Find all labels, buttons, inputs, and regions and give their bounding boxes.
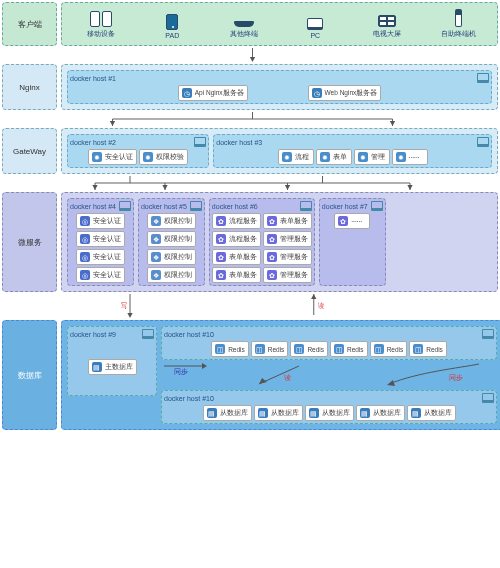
node-label: 权限控制 <box>164 253 192 262</box>
svg-marker-5 <box>285 185 290 190</box>
node-label: Api Nginx服务器 <box>195 89 244 98</box>
node: ❖权限控制 <box>147 231 196 247</box>
client-phone: 移动设备 <box>65 6 137 42</box>
client-label: PC <box>310 32 320 39</box>
node-label: Redis <box>268 346 285 353</box>
node-label: 管理服务 <box>280 235 308 244</box>
ic-db-icon: ▤ <box>92 362 102 372</box>
node: ❖权限控制 <box>147 213 196 229</box>
ic-redis-icon: ◫ <box>215 344 225 354</box>
svg-marker-8 <box>311 294 316 299</box>
tv-icon <box>378 15 396 27</box>
ic-mid-icon: ❖ <box>151 216 161 226</box>
ic-mid-icon: ❖ <box>151 234 161 244</box>
ic-gear-icon: ✿ <box>338 216 348 226</box>
svg-text:读: 读 <box>284 374 291 382</box>
node: ✿管理服务 <box>263 267 312 283</box>
client-pad: PAD <box>137 6 209 42</box>
node-label: 权限控制 <box>164 235 192 244</box>
node-label: 安全认证 <box>105 153 133 162</box>
tier-client: 移动设备PAD其他终端PC电视大屏自助终端机 <box>61 2 498 46</box>
svg-marker-2 <box>390 121 395 126</box>
ic-gear-icon: ✿ <box>267 216 277 226</box>
db-slave-host: docker host #10 ▤从数据库▤从数据库▤从数据库▤从数据库▤从数据… <box>161 390 497 424</box>
node-label: 管理服务 <box>280 271 308 280</box>
pad-icon <box>166 14 178 30</box>
node: ▤从数据库 <box>407 405 456 421</box>
node: ◷Web Nginx服务器 <box>308 85 382 101</box>
node-label: Redis <box>426 346 443 353</box>
ic-fire-icon: ✹ <box>282 152 292 162</box>
client-label: 其他终端 <box>230 29 258 39</box>
micro-host: docker host #5❖权限控制❖权限控制❖权限控制❖权限控制 <box>138 198 205 286</box>
micro-host-title: docker host #5 <box>141 201 202 211</box>
svg-marker-0 <box>250 57 255 62</box>
node: ✿流程服务 <box>212 231 261 247</box>
node-label: 权限控制 <box>164 217 192 226</box>
conn-nginx-gateway <box>60 112 445 126</box>
ic-fire-icon: ✹ <box>358 152 368 162</box>
micro-host: docker host #6✿流程服务✿流程服务✿表单服务✿表单服务✿表单服务✿… <box>209 198 315 286</box>
node-label: 权限校验 <box>156 153 184 162</box>
edge-read: 读 <box>318 302 325 311</box>
node-label: Redis <box>228 346 245 353</box>
gateway-host-title: docker host #2 <box>70 137 206 147</box>
node-label: 从数据库 <box>322 409 350 418</box>
ic-ring-icon: ◎ <box>80 270 90 280</box>
svg-marker-1 <box>110 121 115 126</box>
node: ✿管理服务 <box>263 249 312 265</box>
ic-db-icon: ▤ <box>258 408 268 418</box>
ic-db-icon: ▤ <box>411 408 421 418</box>
db-slave-title: docker host #10 <box>164 393 494 403</box>
label-nginx: Nginx <box>2 64 57 110</box>
node-label: Redis <box>387 346 404 353</box>
node: ▤从数据库 <box>254 405 303 421</box>
ic-redis-icon: ◫ <box>374 344 384 354</box>
tier-gateway: docker host #2✹安全认证✹权限校验docker host #3✹流… <box>61 128 498 174</box>
label-gateway: GateWay <box>2 128 57 174</box>
ic-nginx-icon: ◷ <box>182 88 192 98</box>
gateway-host: docker host #2✹安全认证✹权限校验 <box>67 134 209 168</box>
nginx-host-title: docker host #1 <box>70 73 489 83</box>
svg-marker-4 <box>162 185 167 190</box>
node: ✿······ <box>334 213 370 229</box>
node: ❖权限控制 <box>147 249 196 265</box>
node: ◷Api Nginx服务器 <box>178 85 248 101</box>
ic-gear-icon: ✿ <box>216 270 226 280</box>
svg-text:同步: 同步 <box>174 368 188 376</box>
node-label: 管理服务 <box>280 253 308 262</box>
node-label: 流程服务 <box>229 235 257 244</box>
node-label: 安全认证 <box>93 217 121 226</box>
phone-icon <box>90 11 112 27</box>
node-label: 表单服务 <box>280 217 308 226</box>
kiosk-icon <box>455 9 462 27</box>
node-label: 表单服务 <box>229 271 257 280</box>
node-label: 安全认证 <box>93 271 121 280</box>
micro-host: docker host #7✿······ <box>319 198 386 286</box>
node-label: 管理 <box>371 153 385 162</box>
tier-nginx: docker host #1 ◷Api Nginx服务器◷Web Nginx服务… <box>61 64 498 110</box>
node: ◫Redis <box>211 341 249 357</box>
db-redis-title: docker host #10 <box>164 329 494 339</box>
ic-mid-icon: ❖ <box>151 270 161 280</box>
pc-icon <box>307 18 323 30</box>
node: ✿表单服务 <box>212 267 261 283</box>
tier-micro: docker host #4◎安全认证◎安全认证◎安全认证◎安全认证docker… <box>61 192 498 292</box>
node: ✹表单 <box>316 149 352 165</box>
svg-marker-13 <box>387 380 395 386</box>
client-label: 移动设备 <box>87 29 115 39</box>
node: ◎安全认证 <box>76 249 125 265</box>
node: ❖权限控制 <box>147 267 196 283</box>
node: ◎安全认证 <box>76 231 125 247</box>
node: ◫Redis <box>251 341 289 357</box>
node: ✹流程 <box>278 149 314 165</box>
node: ◫Redis <box>370 341 408 357</box>
node-label: 主数据库 <box>105 363 133 372</box>
node-label: Redis <box>347 346 364 353</box>
node: ◫Redis <box>330 341 368 357</box>
node: ▤从数据库 <box>203 405 252 421</box>
ic-ring-icon: ◎ <box>80 216 90 226</box>
ic-gear-icon: ✿ <box>216 216 226 226</box>
node-label: 表单服务 <box>229 253 257 262</box>
ic-redis-icon: ◫ <box>413 344 423 354</box>
